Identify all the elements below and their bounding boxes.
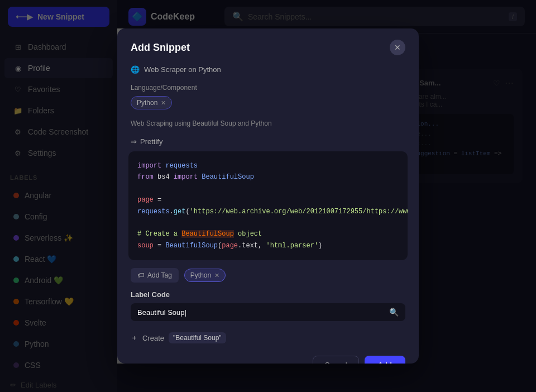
modal-title: Add Snippet <box>131 42 190 54</box>
prettify-label: Prettify <box>140 137 162 146</box>
modal-code-area: import requests from bs4 import Beautifu… <box>128 151 408 260</box>
add-button[interactable]: Add <box>365 356 405 364</box>
tag-remove-icon[interactable]: ✕ <box>214 272 219 279</box>
close-button[interactable]: ✕ <box>390 40 405 55</box>
create-badge: "Beautiful Soup" <box>169 332 226 343</box>
label-code-input[interactable] <box>137 308 385 317</box>
modal-overlay[interactable]: Add Snippet ✕ 🌐 Web Scraper on Python La… <box>117 0 536 392</box>
label-code-section: Label Code 🔍 <box>117 290 419 327</box>
python-tag[interactable]: Python ✕ <box>131 96 172 109</box>
create-option[interactable]: ＋ Create "Beautiful Soup" <box>117 327 419 348</box>
add-tag-button[interactable]: 🏷 Add Tag <box>131 268 179 283</box>
modal-description: Web Scraping using Beautiful Soup and Py… <box>117 117 419 135</box>
cancel-button[interactable]: Cancel <box>313 356 358 364</box>
search-label-icon: 🔍 <box>389 308 399 317</box>
modal-footer: Cancel Add <box>117 348 419 364</box>
tag-label: Python <box>137 99 157 107</box>
main-content: 🔷 CodeKeep 🔍 / My Snippets 🧲 RxJs - Obse… <box>117 0 536 392</box>
modal-snippet-name-row: 🌐 Web Scraper on Python <box>117 63 419 82</box>
modal-tag-row: Python ✕ <box>117 96 419 117</box>
modal-header: Add Snippet ✕ <box>117 28 419 63</box>
label-code-input-row: 🔍 <box>131 303 405 321</box>
plus-icon: ＋ <box>131 333 138 343</box>
modal-add-tag-row: 🏷 Add Tag Python ✕ <box>117 260 419 290</box>
tag-remove-icon[interactable]: ✕ <box>161 99 166 107</box>
add-snippet-modal: Add Snippet ✕ 🌐 Web Scraper on Python La… <box>117 28 419 364</box>
prettify-icon: ⇒ <box>131 137 137 146</box>
tag-value: Python <box>190 271 211 279</box>
label-code-title: Label Code <box>131 290 405 299</box>
modal-snippet-name-text: Web Scraper on Python <box>144 65 221 74</box>
python-added-tag[interactable]: Python ✕ <box>184 269 226 282</box>
language-label: Language/Component <box>117 82 419 96</box>
tag-icon: 🏷 <box>137 271 144 279</box>
prettify-row: ⇒ Prettify <box>117 135 419 151</box>
create-prefix: Create <box>142 334 164 342</box>
snippet-globe-icon: 🌐 <box>131 65 140 74</box>
add-tag-label: Add Tag <box>147 271 172 279</box>
